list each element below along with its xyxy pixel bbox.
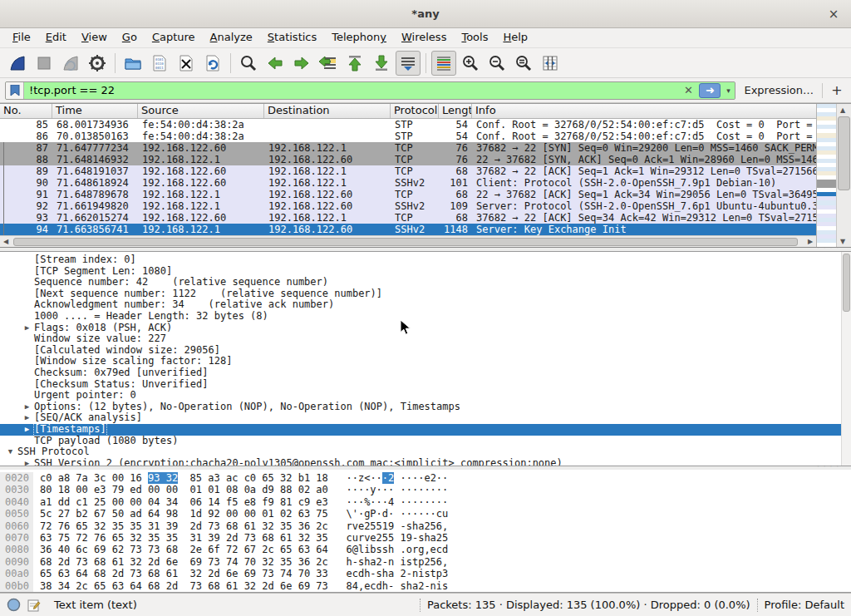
hex-row-00b0[interactable]: 00b038 34 2c 65 63 64 68 2d 73 68 61 32 … — [0, 580, 851, 592]
detail-line-8[interactable]: [Calculated window size: 29056] — [0, 345, 851, 357]
packet-row-88[interactable]: 8871.648146932192.168.122.1192.168.122.6… — [0, 154, 816, 165]
collapsed-arrow-icon[interactable]: ▶ — [20, 424, 34, 436]
hex-bytes[interactable]: 36 40 6c 69 62 73 73 68 2e 6f 72 67 2c 6… — [33, 544, 448, 555]
hex-bytes[interactable]: a1 dd c1 25 00 00 04 34 06 14 f5 e8 f9 8… — [33, 496, 448, 508]
packet-list-vscrollbar[interactable]: ▲ ▼ — [836, 104, 851, 247]
hex-row-0050[interactable]: 00505c 27 b2 67 50 ad 64 98 1d 92 00 00 … — [0, 508, 851, 520]
details-vscroll-handle[interactable] — [843, 254, 850, 312]
expert-info-icon[interactable] — [7, 598, 21, 612]
colorize-button[interactable] — [431, 51, 456, 76]
menu-help[interactable]: Help — [495, 28, 535, 47]
display-filter-field[interactable]: !tcp.port == 22 ✕ ➜ ▾ — [5, 81, 735, 100]
detail-line-1[interactable]: [TCP Segment Len: 1080] — [0, 266, 851, 278]
expression-button[interactable]: Expression… — [740, 84, 817, 96]
save-file-button[interactable]: 010101100011 — [147, 51, 172, 76]
collapsed-arrow-icon[interactable]: ▶ — [20, 458, 34, 466]
menu-analyze[interactable]: Analyze — [203, 28, 260, 47]
column-header-protocol[interactable]: Protocol — [391, 104, 439, 118]
menu-capture[interactable]: Capture — [145, 28, 203, 47]
zoom-out-button[interactable] — [485, 51, 509, 76]
packet-row-87[interactable]: 8771.647777234192.168.122.60192.168.122.… — [0, 142, 816, 154]
hex-bytes[interactable]: c0 a8 7a 3c 00 16 93 32 85 a3 ac c0 65 3… — [33, 472, 448, 484]
filter-apply-button[interactable]: ➜ — [699, 83, 721, 98]
column-header-time[interactable]: Time — [52, 104, 138, 118]
detail-line-14[interactable]: ▶[SEQ/ACK analysis] — [0, 412, 851, 424]
hex-row-0040[interactable]: 0040a1 dd c1 25 00 00 04 34 06 14 f5 e8 … — [0, 496, 851, 508]
zoom-in-button[interactable] — [458, 51, 483, 76]
hex-bytes[interactable]: 65 63 64 68 2d 73 68 61 32 2d 6e 69 73 7… — [33, 568, 448, 579]
detail-line-12[interactable]: Urgent pointer: 0 — [0, 390, 851, 402]
column-header-info[interactable]: Info — [472, 104, 816, 118]
collapsed-arrow-icon[interactable]: ▶ — [20, 412, 34, 424]
column-header-length[interactable]: Length — [439, 104, 472, 118]
close-file-button[interactable] — [174, 51, 199, 76]
detail-line-17[interactable]: ▼SSH Protocol — [0, 446, 851, 458]
packet-row-90[interactable]: 9071.648618924192.168.122.60192.168.122.… — [0, 177, 816, 189]
hscroll-handle[interactable] — [13, 238, 798, 246]
close-window-button[interactable]: × — [824, 5, 843, 23]
collapsed-arrow-icon[interactable]: ▶ — [20, 402, 34, 413]
pane-splitter[interactable] — [0, 466, 851, 470]
capture-comment-icon[interactable] — [27, 599, 41, 612]
vscroll-handle[interactable] — [838, 116, 850, 190]
detail-line-13[interactable]: ▶Options: (12 bytes), No-Operation (NOP)… — [0, 402, 851, 413]
detail-line-18[interactable]: ▶SSH Version 2 (encryption:chacha20-poly… — [0, 458, 851, 466]
details-vscrollbar[interactable] — [841, 252, 851, 466]
detail-line-6[interactable]: ▶Flags: 0x018 (PSH, ACK) — [0, 323, 851, 334]
collapsed-arrow-icon[interactable]: ▶ — [20, 323, 34, 334]
go-to-packet-button[interactable] — [316, 51, 341, 76]
scroll-up-arrow[interactable]: ▲ — [837, 104, 849, 116]
find-packet-button[interactable] — [236, 51, 261, 76]
packet-row-85[interactable]: 8568.001734936fe:54:00:d4:38:2aSTP54Conf… — [0, 119, 816, 131]
hex-row-0080[interactable]: 008036 40 6c 69 62 73 73 68 2e 6f 72 67 … — [0, 544, 851, 555]
auto-scroll-button[interactable] — [396, 51, 421, 76]
hex-bytes[interactable]: 5c 27 b2 67 50 ad 64 98 1d 92 00 00 01 0… — [33, 508, 448, 520]
menu-file[interactable]: File — [5, 28, 38, 47]
detail-line-3[interactable]: [Next sequence number: 1122 (relative se… — [0, 288, 851, 300]
packet-list-hscrollbar[interactable]: ◀ ▶ — [0, 235, 816, 247]
hex-bytes[interactable]: 38 34 2c 65 63 64 68 2d 73 68 61 32 2d 6… — [33, 580, 448, 592]
detail-line-10[interactable]: Checksum: 0x79ed [unverified] — [0, 367, 851, 379]
expanded-arrow-icon[interactable]: ▼ — [3, 446, 17, 458]
hex-bytes[interactable]: 63 75 72 76 65 32 35 35 31 39 2d 73 68 6… — [33, 532, 448, 544]
scroll-right-arrow[interactable]: ▶ — [804, 236, 816, 248]
go-back-button[interactable] — [263, 51, 288, 76]
menu-statistics[interactable]: Statistics — [260, 28, 324, 47]
profile-text[interactable]: Profile: Default — [765, 599, 844, 611]
display-filter-input[interactable]: !tcp.port == 22 — [24, 82, 678, 99]
zoom-reset-button[interactable] — [511, 51, 536, 76]
hex-row-0020[interactable]: 0020c0 a8 7a 3c 00 16 93 32 85 a3 ac c0 … — [0, 472, 851, 484]
detail-line-11[interactable]: [Checksum Status: Unverified] — [0, 379, 851, 391]
hex-row-0090[interactable]: 009068 2d 73 68 61 32 2d 6e 69 73 74 70 … — [0, 556, 851, 568]
detail-line-16[interactable]: TCP payload (1080 bytes) — [0, 436, 851, 447]
filter-clear-button[interactable]: ✕ — [678, 82, 698, 99]
hex-bytes[interactable]: 80 18 00 e3 79 ed 00 00 01 01 08 0a d9 8… — [33, 484, 448, 495]
menu-telephony[interactable]: Telephony — [324, 28, 394, 47]
hex-bytes[interactable]: 68 2d 73 68 61 32 2d 6e 69 73 74 70 32 3… — [33, 556, 448, 568]
column-header-destination[interactable]: Destination — [264, 104, 391, 118]
go-first-button[interactable] — [342, 51, 367, 76]
restart-capture-button[interactable] — [58, 51, 83, 76]
hex-row-0070[interactable]: 007063 75 72 76 65 32 35 35 31 39 2d 73 … — [0, 532, 851, 544]
menu-edit[interactable]: Edit — [38, 28, 74, 47]
resize-columns-button[interactable] — [538, 51, 563, 76]
column-header-no[interactable]: No. — [0, 104, 52, 118]
detail-line-7[interactable]: Window size value: 227 — [0, 333, 851, 345]
packet-row-92[interactable]: 9271.661949820192.168.122.1192.168.122.6… — [0, 200, 816, 212]
detail-line-5[interactable]: 1000 .... = Header Length: 32 bytes (8) — [0, 311, 851, 323]
go-last-button[interactable] — [369, 51, 394, 76]
stop-capture-button[interactable] — [32, 51, 57, 76]
detail-line-15[interactable]: ▶[Timestamps] — [0, 424, 851, 436]
scroll-left-arrow[interactable]: ◀ — [0, 236, 12, 248]
capture-options-button[interactable] — [85, 51, 110, 76]
open-file-button[interactable] — [121, 51, 145, 76]
title-bar[interactable]: *any × — [0, 0, 851, 28]
menu-go[interactable]: Go — [115, 28, 145, 47]
reload-file-button[interactable] — [200, 51, 225, 76]
detail-line-0[interactable]: [Stream index: 0] — [0, 254, 851, 266]
add-filter-button[interactable]: + — [828, 82, 846, 98]
hscroll-track[interactable] — [12, 237, 804, 247]
packet-row-94[interactable]: 9471.663856741192.168.122.1192.168.122.6… — [0, 224, 816, 235]
detail-line-9[interactable]: [Window size scaling factor: 128] — [0, 356, 851, 367]
filter-dropdown-caret[interactable]: ▾ — [721, 82, 735, 99]
